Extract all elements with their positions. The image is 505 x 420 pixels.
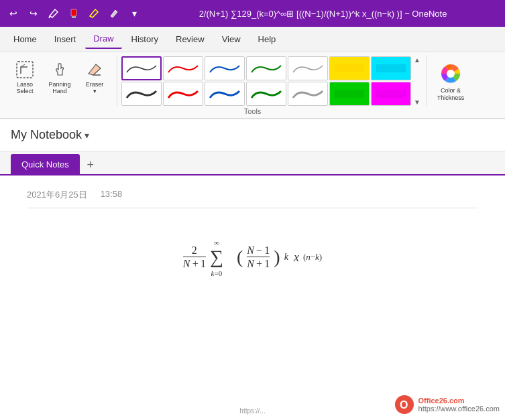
pen-swatch-14[interactable] xyxy=(371,82,411,106)
notebook-dropdown-icon[interactable]: ▾ xyxy=(85,130,89,141)
page-content: 2021年6月25日 13:58 2 N + 1 ∑ ∞ k=0 ( xyxy=(0,176,505,420)
eraser-quick-btn[interactable] xyxy=(106,5,122,21)
tab-add-button[interactable]: + xyxy=(81,155,100,174)
pen-swatch-7[interactable] xyxy=(371,56,411,80)
pen-swatch-4[interactable] xyxy=(246,56,286,80)
watermark-line1: Office26.com xyxy=(418,397,500,405)
page-metadata: 2021年6月25日 13:58 xyxy=(27,189,478,208)
panning-hand-button[interactable]: PanningHand xyxy=(43,58,76,100)
pen-swatches-section: ▲ xyxy=(119,55,425,106)
notebook-header: My Notebook ▾ xyxy=(0,119,505,151)
pen-row-2: ▼ xyxy=(121,82,422,106)
svg-text:O: O xyxy=(400,399,408,411)
tab-quick-notes-label: Quick Notes xyxy=(21,159,69,169)
watermark-text: Office26.com https://www.office26.com xyxy=(418,397,500,413)
menu-help[interactable]: Help xyxy=(250,30,284,48)
url-text: https://... xyxy=(239,407,265,415)
page-date: 2021年6月25日 xyxy=(27,189,87,201)
office-logo-icon: O xyxy=(394,395,414,415)
menu-review[interactable]: Review xyxy=(168,30,213,48)
pen-swatch-12[interactable] xyxy=(288,82,328,106)
notebook-title: My Notebook ▾ xyxy=(11,128,89,142)
svg-rect-1 xyxy=(71,9,76,16)
color-thickness-group: Color & Thickness xyxy=(426,55,475,106)
svg-point-6 xyxy=(447,70,455,78)
pen-swatch-5[interactable] xyxy=(288,56,328,80)
tab-quick-notes[interactable]: Quick Notes xyxy=(11,154,80,174)
lasso-select-button[interactable]: LassoSelect xyxy=(8,58,42,100)
tabs-bar: Quick Notes + xyxy=(0,151,505,176)
more-quick-btn[interactable]: ▾ xyxy=(126,5,142,21)
pen-swatch-9[interactable] xyxy=(163,82,203,106)
menu-bar: Home Insert Draw History Review View Hel… xyxy=(0,27,505,52)
ribbon-tools-label: Tools xyxy=(0,106,505,119)
window-title: 2/(N+1) ∑129_(k=0)^∞⊞ [((N−1)/(N+1))^k x… xyxy=(146,9,500,19)
svg-line-0 xyxy=(49,16,50,18)
title-bar: ↩ ↪ ▾ 2/(N+1) ∑129_(k=0)^∞⊞ [((N−1)/(N+1… xyxy=(0,0,505,27)
quick-access-toolbar: ↩ ↪ ▾ xyxy=(5,5,142,21)
undo-button[interactable]: ↩ xyxy=(5,5,21,21)
pen-row-1: ▲ xyxy=(121,56,422,80)
pen-swatch-11[interactable] xyxy=(246,82,286,106)
redo-button[interactable]: ↪ xyxy=(25,5,42,21)
eraser-button[interactable]: Eraser ▾ xyxy=(78,58,111,100)
svg-rect-3 xyxy=(17,62,33,78)
menu-draw[interactable]: Draw xyxy=(85,29,121,49)
ribbon: LassoSelect PanningHand Eraser ▾ xyxy=(0,52,505,119)
ribbon-main-row: LassoSelect PanningHand Eraser ▾ xyxy=(0,52,505,106)
pen-swatch-8[interactable] xyxy=(121,82,162,106)
svg-rect-2 xyxy=(72,16,76,18)
pen-swatch-6[interactable] xyxy=(329,56,370,80)
pen-scroll-down[interactable]: ▼ xyxy=(412,82,422,106)
pen-swatch-3[interactable] xyxy=(205,56,245,80)
menu-home[interactable]: Home xyxy=(5,30,45,48)
pen-scroll-up[interactable]: ▲ xyxy=(412,56,422,80)
pen2-quick-btn[interactable] xyxy=(86,5,102,21)
select-tools-row: LassoSelect PanningHand Eraser ▾ xyxy=(8,58,111,100)
color-thickness-button[interactable]: Color & Thickness xyxy=(432,58,469,106)
pen-swatch-2[interactable] xyxy=(163,56,203,80)
highlighter-quick-btn[interactable] xyxy=(66,5,82,21)
page-time: 13:58 xyxy=(101,189,123,201)
pen-swatch-1[interactable] xyxy=(121,56,162,80)
menu-history[interactable]: History xyxy=(123,30,166,48)
watermark: O Office26.com https://www.office26.com xyxy=(394,395,500,415)
watermark-line2: https://www.office26.com xyxy=(418,405,500,413)
pen-swatch-13[interactable] xyxy=(329,82,370,106)
notebook-name: My Notebook xyxy=(11,128,82,142)
math-formula: 2 N + 1 ∑ ∞ k=0 ( N − 1 N + 1 ) k xyxy=(27,222,478,290)
pen-swatch-10[interactable] xyxy=(205,82,245,106)
menu-insert[interactable]: Insert xyxy=(46,30,85,48)
pen-quick-btn[interactable] xyxy=(46,5,62,21)
menu-view[interactable]: View xyxy=(214,30,249,48)
tools-group: LassoSelect PanningHand Eraser ▾ xyxy=(3,55,117,106)
